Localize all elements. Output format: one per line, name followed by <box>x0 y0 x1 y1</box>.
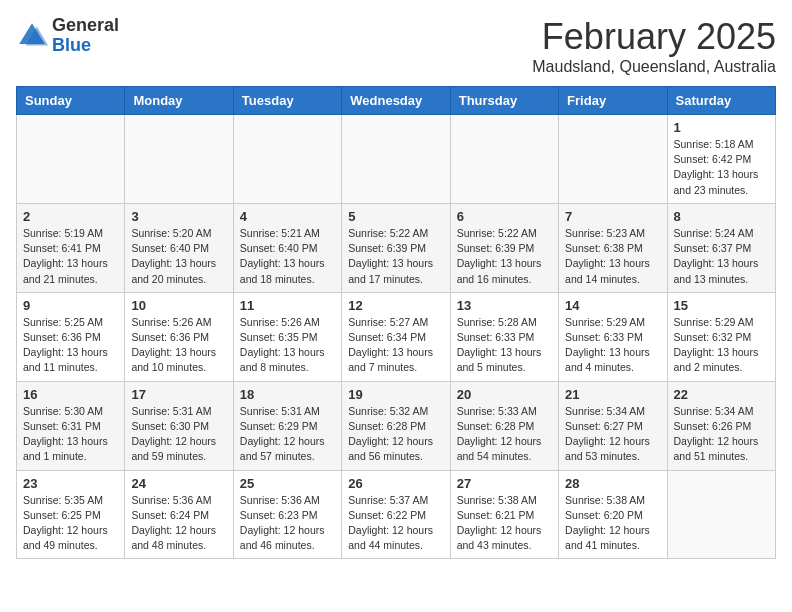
calendar-cell: 17Sunrise: 5:31 AM Sunset: 6:30 PM Dayli… <box>125 381 233 470</box>
day-number: 3 <box>131 209 226 224</box>
calendar-cell: 27Sunrise: 5:38 AM Sunset: 6:21 PM Dayli… <box>450 470 558 559</box>
weekday-header-thursday: Thursday <box>450 87 558 115</box>
calendar-cell <box>559 115 667 204</box>
calendar-cell: 7Sunrise: 5:23 AM Sunset: 6:38 PM Daylig… <box>559 203 667 292</box>
calendar-cell: 4Sunrise: 5:21 AM Sunset: 6:40 PM Daylig… <box>233 203 341 292</box>
logo-blue-text: Blue <box>52 36 119 56</box>
day-info: Sunrise: 5:37 AM Sunset: 6:22 PM Dayligh… <box>348 493 443 554</box>
day-info: Sunrise: 5:36 AM Sunset: 6:24 PM Dayligh… <box>131 493 226 554</box>
calendar-cell: 9Sunrise: 5:25 AM Sunset: 6:36 PM Daylig… <box>17 292 125 381</box>
day-number: 16 <box>23 387 118 402</box>
logo: General Blue <box>16 16 119 56</box>
calendar-cell <box>233 115 341 204</box>
calendar-cell <box>667 470 775 559</box>
calendar-cell: 2Sunrise: 5:19 AM Sunset: 6:41 PM Daylig… <box>17 203 125 292</box>
day-info: Sunrise: 5:22 AM Sunset: 6:39 PM Dayligh… <box>457 226 552 287</box>
logo-icon <box>16 20 48 52</box>
day-info: Sunrise: 5:25 AM Sunset: 6:36 PM Dayligh… <box>23 315 118 376</box>
day-number: 5 <box>348 209 443 224</box>
day-info: Sunrise: 5:20 AM Sunset: 6:40 PM Dayligh… <box>131 226 226 287</box>
day-info: Sunrise: 5:38 AM Sunset: 6:21 PM Dayligh… <box>457 493 552 554</box>
week-row-4: 16Sunrise: 5:30 AM Sunset: 6:31 PM Dayli… <box>17 381 776 470</box>
location-title: Maudsland, Queensland, Australia <box>532 58 776 76</box>
calendar-cell: 23Sunrise: 5:35 AM Sunset: 6:25 PM Dayli… <box>17 470 125 559</box>
calendar-cell <box>17 115 125 204</box>
calendar-cell: 28Sunrise: 5:38 AM Sunset: 6:20 PM Dayli… <box>559 470 667 559</box>
calendar-cell: 12Sunrise: 5:27 AM Sunset: 6:34 PM Dayli… <box>342 292 450 381</box>
day-info: Sunrise: 5:34 AM Sunset: 6:26 PM Dayligh… <box>674 404 769 465</box>
week-row-2: 2Sunrise: 5:19 AM Sunset: 6:41 PM Daylig… <box>17 203 776 292</box>
calendar-cell: 6Sunrise: 5:22 AM Sunset: 6:39 PM Daylig… <box>450 203 558 292</box>
calendar-cell: 15Sunrise: 5:29 AM Sunset: 6:32 PM Dayli… <box>667 292 775 381</box>
day-number: 4 <box>240 209 335 224</box>
calendar-cell: 18Sunrise: 5:31 AM Sunset: 6:29 PM Dayli… <box>233 381 341 470</box>
day-info: Sunrise: 5:18 AM Sunset: 6:42 PM Dayligh… <box>674 137 769 198</box>
day-number: 22 <box>674 387 769 402</box>
week-row-3: 9Sunrise: 5:25 AM Sunset: 6:36 PM Daylig… <box>17 292 776 381</box>
weekday-header-wednesday: Wednesday <box>342 87 450 115</box>
calendar-cell: 22Sunrise: 5:34 AM Sunset: 6:26 PM Dayli… <box>667 381 775 470</box>
weekday-header-sunday: Sunday <box>17 87 125 115</box>
calendar-cell: 24Sunrise: 5:36 AM Sunset: 6:24 PM Dayli… <box>125 470 233 559</box>
day-info: Sunrise: 5:23 AM Sunset: 6:38 PM Dayligh… <box>565 226 660 287</box>
day-number: 9 <box>23 298 118 313</box>
day-number: 8 <box>674 209 769 224</box>
day-info: Sunrise: 5:22 AM Sunset: 6:39 PM Dayligh… <box>348 226 443 287</box>
day-number: 2 <box>23 209 118 224</box>
day-info: Sunrise: 5:34 AM Sunset: 6:27 PM Dayligh… <box>565 404 660 465</box>
logo-general-text: General <box>52 16 119 36</box>
month-title: February 2025 <box>532 16 776 58</box>
weekday-header-monday: Monday <box>125 87 233 115</box>
calendar-cell <box>450 115 558 204</box>
calendar-cell: 1Sunrise: 5:18 AM Sunset: 6:42 PM Daylig… <box>667 115 775 204</box>
day-number: 15 <box>674 298 769 313</box>
day-number: 17 <box>131 387 226 402</box>
calendar-cell: 26Sunrise: 5:37 AM Sunset: 6:22 PM Dayli… <box>342 470 450 559</box>
calendar-cell: 10Sunrise: 5:26 AM Sunset: 6:36 PM Dayli… <box>125 292 233 381</box>
day-number: 27 <box>457 476 552 491</box>
day-number: 25 <box>240 476 335 491</box>
day-number: 1 <box>674 120 769 135</box>
weekday-header-tuesday: Tuesday <box>233 87 341 115</box>
day-number: 13 <box>457 298 552 313</box>
day-info: Sunrise: 5:31 AM Sunset: 6:29 PM Dayligh… <box>240 404 335 465</box>
day-info: Sunrise: 5:31 AM Sunset: 6:30 PM Dayligh… <box>131 404 226 465</box>
calendar-table: SundayMondayTuesdayWednesdayThursdayFrid… <box>16 86 776 559</box>
calendar-cell: 19Sunrise: 5:32 AM Sunset: 6:28 PM Dayli… <box>342 381 450 470</box>
day-info: Sunrise: 5:21 AM Sunset: 6:40 PM Dayligh… <box>240 226 335 287</box>
day-number: 14 <box>565 298 660 313</box>
day-number: 23 <box>23 476 118 491</box>
week-row-5: 23Sunrise: 5:35 AM Sunset: 6:25 PM Dayli… <box>17 470 776 559</box>
day-info: Sunrise: 5:27 AM Sunset: 6:34 PM Dayligh… <box>348 315 443 376</box>
calendar-cell: 16Sunrise: 5:30 AM Sunset: 6:31 PM Dayli… <box>17 381 125 470</box>
calendar-cell: 21Sunrise: 5:34 AM Sunset: 6:27 PM Dayli… <box>559 381 667 470</box>
day-number: 28 <box>565 476 660 491</box>
day-number: 12 <box>348 298 443 313</box>
day-info: Sunrise: 5:33 AM Sunset: 6:28 PM Dayligh… <box>457 404 552 465</box>
calendar-cell: 25Sunrise: 5:36 AM Sunset: 6:23 PM Dayli… <box>233 470 341 559</box>
day-info: Sunrise: 5:38 AM Sunset: 6:20 PM Dayligh… <box>565 493 660 554</box>
day-number: 21 <box>565 387 660 402</box>
day-info: Sunrise: 5:29 AM Sunset: 6:32 PM Dayligh… <box>674 315 769 376</box>
calendar-cell: 13Sunrise: 5:28 AM Sunset: 6:33 PM Dayli… <box>450 292 558 381</box>
day-info: Sunrise: 5:32 AM Sunset: 6:28 PM Dayligh… <box>348 404 443 465</box>
weekday-header-saturday: Saturday <box>667 87 775 115</box>
day-number: 19 <box>348 387 443 402</box>
day-info: Sunrise: 5:29 AM Sunset: 6:33 PM Dayligh… <box>565 315 660 376</box>
weekday-header-friday: Friday <box>559 87 667 115</box>
day-number: 20 <box>457 387 552 402</box>
day-number: 6 <box>457 209 552 224</box>
day-number: 11 <box>240 298 335 313</box>
weekday-header-row: SundayMondayTuesdayWednesdayThursdayFrid… <box>17 87 776 115</box>
calendar-cell: 20Sunrise: 5:33 AM Sunset: 6:28 PM Dayli… <box>450 381 558 470</box>
title-block: February 2025 Maudsland, Queensland, Aus… <box>532 16 776 76</box>
calendar-cell: 3Sunrise: 5:20 AM Sunset: 6:40 PM Daylig… <box>125 203 233 292</box>
day-info: Sunrise: 5:26 AM Sunset: 6:35 PM Dayligh… <box>240 315 335 376</box>
calendar-cell <box>125 115 233 204</box>
day-number: 18 <box>240 387 335 402</box>
calendar-cell: 11Sunrise: 5:26 AM Sunset: 6:35 PM Dayli… <box>233 292 341 381</box>
day-info: Sunrise: 5:19 AM Sunset: 6:41 PM Dayligh… <box>23 226 118 287</box>
day-info: Sunrise: 5:30 AM Sunset: 6:31 PM Dayligh… <box>23 404 118 465</box>
calendar-cell: 14Sunrise: 5:29 AM Sunset: 6:33 PM Dayli… <box>559 292 667 381</box>
day-number: 7 <box>565 209 660 224</box>
